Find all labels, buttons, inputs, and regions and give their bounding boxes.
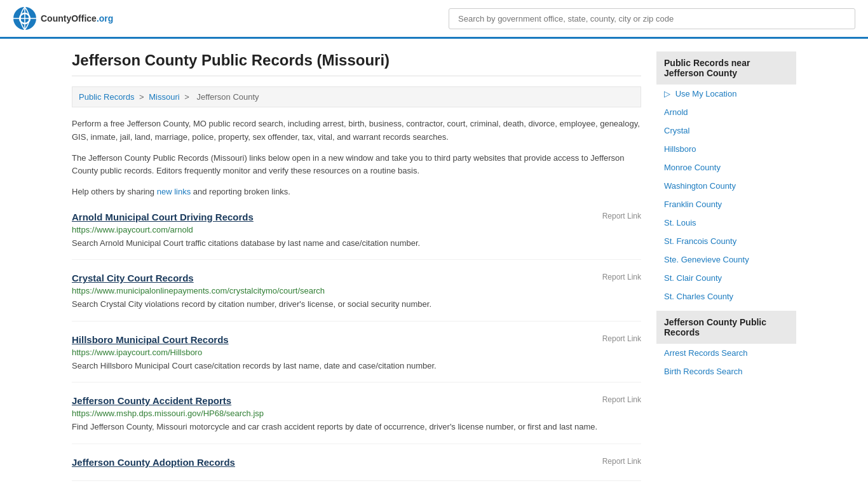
record-title[interactable]: Crystal City Court Records bbox=[72, 273, 194, 283]
sidebar-local-section: Jefferson County Public Records Arrest R… bbox=[656, 311, 796, 381]
search-bar bbox=[449, 8, 855, 29]
sidebar-nearby-item: Ste. Genevieve County bbox=[656, 250, 796, 269]
sidebar-local-item: Birth Records Search bbox=[656, 362, 796, 381]
record-header: Arnold Municipal Court Driving Records R… bbox=[72, 212, 641, 222]
main-content: Jefferson County Public Records (Missour… bbox=[72, 51, 641, 488]
logo-icon bbox=[13, 6, 37, 30]
content-wrapper: Jefferson County Public Records (Missour… bbox=[53, 39, 815, 488]
sidebar-nearby-link[interactable]: St. Charles County bbox=[664, 292, 733, 301]
record-report-link[interactable]: Report Link bbox=[602, 273, 641, 281]
description-1: Perform a free Jefferson County, MO publ… bbox=[72, 118, 641, 144]
sidebar-nearby-items: ArnoldCrystalHillsboroMonroe CountyWashi… bbox=[656, 103, 796, 306]
sidebar-nearby-link[interactable]: St. Francois County bbox=[664, 236, 736, 246]
record-item: Jefferson County Adoption Records Report… bbox=[72, 457, 641, 481]
new-links-link[interactable]: new links bbox=[157, 187, 191, 196]
sidebar-nearby-item: Washington County bbox=[656, 177, 796, 195]
record-desc: Search Hillsboro Municipal Court case/ci… bbox=[72, 360, 641, 372]
sidebar-nearby-item: St. Louis bbox=[656, 214, 796, 232]
record-desc: Search Arnold Municipal Court traffic ci… bbox=[72, 237, 641, 250]
page-title: Jefferson County Public Records (Missour… bbox=[72, 51, 641, 76]
record-desc: Find Jefferson County, Missouri motorcyc… bbox=[72, 421, 641, 433]
breadcrumb-public-records[interactable]: Public Records bbox=[79, 92, 134, 102]
record-item: Arnold Municipal Court Driving Records R… bbox=[72, 212, 641, 261]
sidebar-nearby-item: Crystal bbox=[656, 121, 796, 140]
record-title[interactable]: Jefferson County Accident Reports bbox=[72, 395, 231, 406]
record-item: Hillsboro Municipal Court Records Report… bbox=[72, 334, 641, 383]
sidebar-local-title: Jefferson County Public Records bbox=[656, 311, 796, 344]
record-url[interactable]: https://www.mshp.dps.missouri.gov/HP68/s… bbox=[72, 409, 641, 418]
record-desc: Search Crystal City violations record by… bbox=[72, 298, 641, 311]
breadcrumb-separator-1: > bbox=[139, 92, 146, 102]
sidebar-local-link[interactable]: Arrest Records Search bbox=[664, 348, 748, 358]
records-list: Arnold Municipal Court Driving Records R… bbox=[72, 212, 641, 481]
sidebar-nearby-link[interactable]: Washington County bbox=[664, 181, 736, 191]
record-header: Jefferson County Adoption Records Report… bbox=[72, 457, 641, 468]
record-report-link[interactable]: Report Link bbox=[602, 457, 641, 466]
sidebar-nearby-item: Franklin County bbox=[656, 195, 796, 214]
sidebar-nearby-link[interactable]: St. Louis bbox=[664, 218, 696, 227]
breadcrumb-missouri[interactable]: Missouri bbox=[149, 92, 179, 102]
description-3: Help others by sharing new links and rep… bbox=[72, 186, 641, 199]
location-icon: ▷ bbox=[664, 89, 670, 98]
sidebar-nearby-link[interactable]: Ste. Genevieve County bbox=[664, 255, 749, 264]
logo-area: CountyOffice.org bbox=[13, 6, 113, 30]
record-url[interactable]: https://www.municipalonlinepayments.com/… bbox=[72, 286, 641, 295]
sidebar-nearby-link[interactable]: Hillsboro bbox=[664, 144, 696, 154]
record-header: Jefferson County Accident Reports Report… bbox=[72, 395, 641, 406]
sidebar-nearby-item: Hillsboro bbox=[656, 140, 796, 158]
record-item: Jefferson County Accident Reports Report… bbox=[72, 395, 641, 444]
record-header: Crystal City Court Records Report Link bbox=[72, 273, 641, 283]
breadcrumb: Public Records > Missouri > Jefferson Co… bbox=[72, 86, 641, 107]
sidebar-nearby-link[interactable]: Franklin County bbox=[664, 200, 722, 209]
record-report-link[interactable]: Report Link bbox=[602, 212, 641, 220]
sidebar: Public Records near Jefferson County ▷ U… bbox=[656, 51, 796, 488]
sidebar-nearby-link[interactable]: Crystal bbox=[664, 126, 689, 135]
record-url[interactable]: https://www.ipaycourt.com/Hillsboro bbox=[72, 348, 641, 357]
logo-text: CountyOffice.org bbox=[41, 13, 113, 24]
sidebar-local-item: Arrest Records Search bbox=[656, 344, 796, 362]
sidebar-nearby-section: Public Records near Jefferson County ▷ U… bbox=[656, 51, 796, 306]
header: CountyOffice.org bbox=[0, 0, 868, 39]
sidebar-local-link[interactable]: Birth Records Search bbox=[664, 367, 743, 376]
sidebar-nearby-item: St. Charles County bbox=[656, 287, 796, 306]
search-input[interactable] bbox=[449, 8, 855, 29]
record-url[interactable]: https://www.ipaycourt.com/arnold bbox=[72, 225, 641, 234]
sidebar-nearby-link[interactable]: St. Clair County bbox=[664, 273, 722, 283]
record-header: Hillsboro Municipal Court Records Report… bbox=[72, 334, 641, 345]
sidebar-use-my-location[interactable]: ▷ Use My Location bbox=[656, 85, 796, 103]
record-title[interactable]: Hillsboro Municipal Court Records bbox=[72, 334, 229, 345]
record-item: Crystal City Court Records Report Link h… bbox=[72, 273, 641, 322]
sidebar-nearby-link[interactable]: Monroe County bbox=[664, 163, 721, 172]
record-report-link[interactable]: Report Link bbox=[602, 395, 641, 404]
description-2: The Jefferson County Public Records (Mis… bbox=[72, 152, 641, 179]
breadcrumb-jefferson-county: Jefferson County bbox=[197, 92, 259, 102]
sidebar-nearby-title: Public Records near Jefferson County bbox=[656, 51, 796, 85]
record-title[interactable]: Jefferson County Adoption Records bbox=[72, 457, 235, 468]
sidebar-nearby-item: Monroe County bbox=[656, 158, 796, 177]
sidebar-nearby-item: St. Clair County bbox=[656, 269, 796, 287]
sidebar-nearby-item: St. Francois County bbox=[656, 232, 796, 250]
sidebar-nearby-item: Arnold bbox=[656, 103, 796, 121]
record-report-link[interactable]: Report Link bbox=[602, 334, 641, 343]
sidebar-local-items: Arrest Records SearchBirth Records Searc… bbox=[656, 344, 796, 381]
breadcrumb-separator-2: > bbox=[184, 92, 191, 102]
sidebar-nearby-link[interactable]: Arnold bbox=[664, 107, 688, 117]
record-title[interactable]: Arnold Municipal Court Driving Records bbox=[72, 212, 254, 222]
